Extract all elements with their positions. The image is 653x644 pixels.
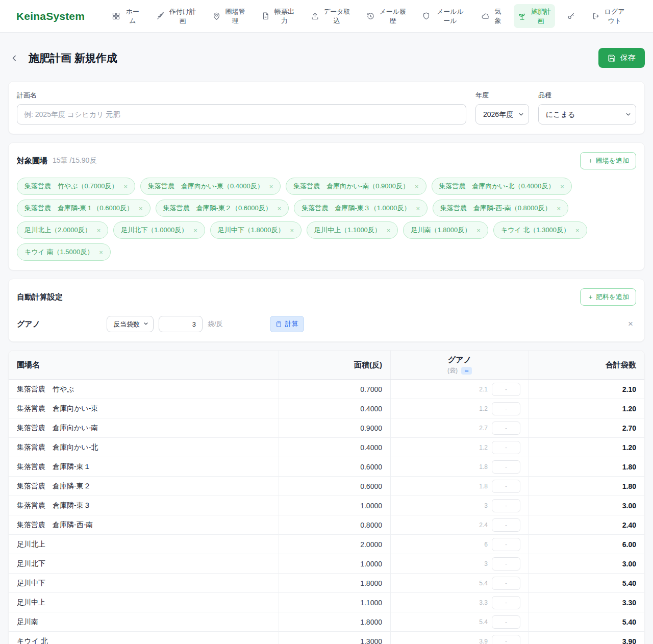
table-header-row: 圃場名 面積(反) グアノ (袋) ≃ 合計袋数 [9,351,644,380]
add-fertilizer-button[interactable]: ＋ 肥料を追加 [580,288,636,306]
remove-tag-icon[interactable]: × [415,183,419,190]
area-cell: 1.1000 [279,593,390,612]
nav-item-planting-plan[interactable]: 作付け計画 [152,4,200,28]
nav-item-logout[interactable]: ログアウト [588,4,629,28]
field-tag[interactable]: キウイ 南（1.5000反） × [17,243,111,261]
override-input[interactable] [492,480,520,493]
field-tag[interactable]: 集落営農 倉庫隣-東３（1.0000反） × [294,200,428,217]
area-cell: 1.0000 [279,496,390,515]
grid-icon [112,12,120,20]
field-tag[interactable]: 足川北上（2.0000反） × [17,221,108,239]
nav-item-weather[interactable]: 気象 [477,4,506,28]
remove-tag-icon[interactable]: × [99,249,103,256]
field-tag[interactable]: 集落営農 竹やぶ（0.7000反） × [17,178,135,195]
nav-item-report-output[interactable]: 帳票出力 [257,4,298,28]
table-row: 足川北上 2.0000 6 6.00 [9,535,644,554]
target-fields-title: 対象圃場 [17,156,47,166]
field-tag[interactable]: 足川南（1.8000反） × [403,221,488,239]
remove-tag-icon[interactable]: × [416,205,420,212]
add-field-button[interactable]: ＋ 圃場を追加 [580,152,636,169]
nav-item-fertilization-plan[interactable]: 施肥計画 [514,4,555,28]
override-input[interactable] [492,577,520,590]
field-tag[interactable]: 集落営農 倉庫隣-東２（0.6000反） × [156,200,289,217]
override-input[interactable] [492,422,520,435]
field-tag[interactable]: キウイ 北（1.3000反） × [493,221,587,239]
approx-badge[interactable]: ≃ [461,367,472,375]
remove-tag-icon[interactable]: × [557,205,561,212]
back-button[interactable] [8,52,20,64]
remove-tag-icon[interactable]: × [560,183,564,190]
override-input[interactable] [492,615,520,629]
fertilizer-unit-label: (袋) [447,366,458,375]
calc-method-select[interactable]: 反当袋数 [107,316,154,332]
fertilizer-name: グアノ [17,319,107,329]
remove-tag-icon[interactable]: × [278,205,282,212]
remove-fertilizer-icon[interactable]: × [625,319,636,329]
field-tag[interactable]: 集落営農 倉庫向かい-東（0.4000反） × [140,178,281,195]
override-input[interactable] [492,518,520,532]
calculate-button[interactable]: 計算 [270,316,304,332]
field-name-cell: 足川中上 [9,593,279,612]
field-tag[interactable]: 集落営農 倉庫隣-東１（0.6000反） × [17,200,150,217]
field-tag-label: 足川南（1.8000反） [411,226,471,235]
override-input[interactable] [492,441,520,454]
calc-value: 1.8 [479,463,488,470]
field-tag[interactable]: 集落営農 倉庫向かい-南（0.9000反） × [286,178,426,195]
nav-item-label: ホーム [124,7,140,25]
remove-tag-icon[interactable]: × [97,227,101,234]
calc-value: 2.4 [479,522,488,529]
variety-select[interactable]: にこまる [538,104,636,125]
area-cell: 1.0000 [279,554,390,573]
nav-item-password[interactable] [563,9,580,23]
field-tag[interactable]: 足川北下（1.0000反） × [113,221,205,239]
remove-tag-icon[interactable]: × [387,227,391,234]
override-input[interactable] [492,635,520,644]
auto-calc-card: 自動計算設定 ＋ 肥料を追加 グアノ 反当袋数 袋/反 計算 × [8,279,645,342]
save-button[interactable]: 保存 [598,48,645,68]
nav-item-mail-history[interactable]: メール履歴 [362,4,410,28]
remove-tag-icon[interactable]: × [123,183,128,190]
override-input[interactable] [492,557,520,571]
variety-label: 品種 [538,91,636,100]
plan-name-input[interactable] [17,104,466,125]
fertilizer-cell: 1.2 [390,438,529,457]
field-tag[interactable]: 集落営農 倉庫隣-西-南（0.8000反） × [433,200,568,217]
table-row: 集落営農 竹やぶ 0.7000 2.1 2.10 [9,380,644,399]
page-header: 施肥計画 新規作成 保存 [8,48,645,68]
year-select[interactable]: 2026年度 [475,104,529,125]
fertilizer-cell: 2.4 [390,515,529,534]
table-row: 足川中下 1.8000 5.4 5.40 [9,574,644,593]
nav-item-mail-rules[interactable]: メールルール [418,4,469,28]
calc-value: 2.1 [479,386,488,393]
bags-per-tan-input[interactable] [159,316,203,332]
nav-item-data-import[interactable]: データ取込 [307,4,355,28]
override-input[interactable] [492,538,520,551]
field-tag[interactable]: 足川中上（1.1000反） × [307,221,398,239]
remove-tag-icon[interactable]: × [269,183,273,190]
calc-value: 3.9 [479,638,488,644]
area-cell: 0.9000 [279,418,390,437]
area-cell: 0.6000 [279,477,390,496]
fertilizer-cell: 5.4 [390,574,529,592]
fertilizer-cell: 1.8 [390,477,529,496]
target-fields-card: 対象圃場 15筆 /15.90反 ＋ 圃場を追加 集落営農 竹やぶ（0.7000… [8,142,645,270]
total-cell: 3.30 [529,593,644,612]
remove-tag-icon[interactable]: × [476,227,481,234]
field-tag[interactable]: 足川中下（1.8000反） × [210,221,302,239]
nav-item-home[interactable]: ホーム [108,4,144,28]
remove-tag-icon[interactable]: × [575,227,580,234]
override-input[interactable] [492,383,520,396]
area-cell: 1.3000 [279,632,390,644]
override-input[interactable] [492,499,520,512]
plan-name-label: 計画名 [17,91,466,100]
remove-tag-icon[interactable]: × [139,205,143,212]
field-tag[interactable]: 集落営農 倉庫向かい-北（0.4000反） × [432,178,572,195]
remove-tag-icon[interactable]: × [193,227,197,234]
target-fields-summary: 15筆 /15.90反 [53,156,96,165]
field-tag-label: 集落営農 倉庫隣-東１（0.6000反） [24,204,133,213]
nav-item-field-management[interactable]: 圃場管理 [208,4,249,28]
remove-tag-icon[interactable]: × [290,227,294,234]
override-input[interactable] [492,460,520,474]
override-input[interactable] [492,402,520,415]
override-input[interactable] [492,596,520,609]
